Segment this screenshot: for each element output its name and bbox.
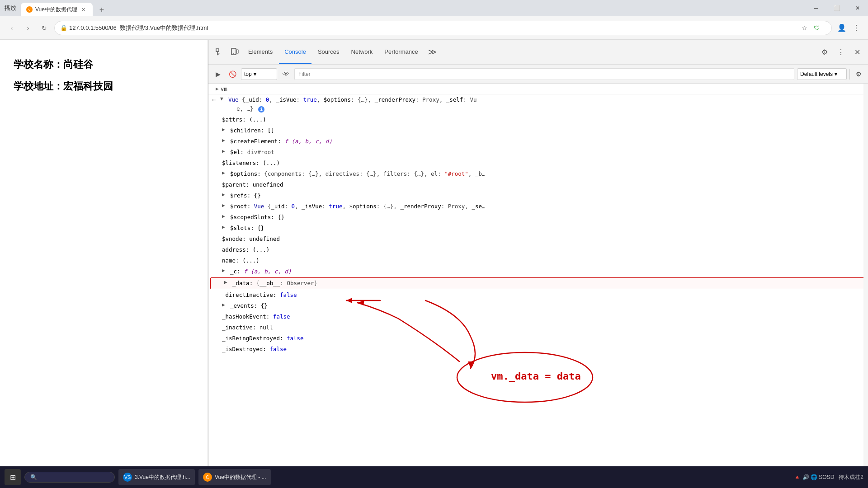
children-content: $children: [] (230, 126, 864, 135)
is-destroyed-line: _isDestroyed: false (208, 344, 868, 355)
c-expand[interactable]: ▶ (222, 267, 230, 273)
children-line[interactable]: ▶ $children: [] (208, 125, 868, 136)
has-hook-event-line: _hasHookEvent: false (208, 311, 868, 322)
minimize-button[interactable]: ─ (806, 0, 826, 16)
restore-button[interactable]: ⬜ (826, 0, 847, 16)
direct-inactive-content: _directInactive: false (222, 291, 864, 300)
window-controls: ─ ⬜ ✕ (806, 0, 868, 16)
create-element-content: $createElement: f (a, b, c, d) (230, 137, 864, 146)
root-expand[interactable]: ▶ (222, 202, 230, 208)
slots-expand[interactable]: ▶ (222, 224, 230, 230)
start-button[interactable]: ⊞ (5, 469, 21, 485)
device-toggle-icon[interactable] (227, 45, 242, 59)
options-line[interactable]: ▶ $options: {components: {…}, directives… (208, 169, 868, 179)
vm-arrow-left: ▶ (216, 86, 219, 92)
top-dropdown-arrow: ▾ (254, 71, 256, 77)
tab-title: Vue中的数据代理 (35, 6, 77, 14)
tab-sources[interactable]: Sources (312, 40, 345, 64)
top-selector-value: top (244, 71, 252, 77)
console-toolbar: ▶ 🚫 top ▾ 👁 Default levels ▾ ⚙ (208, 65, 868, 84)
tab-console[interactable]: Console (279, 40, 311, 64)
listeners-line: $listeners: (...) (208, 158, 868, 169)
tab-favicon: V (26, 6, 33, 13)
devtools-settings-icon[interactable]: ⚙ (817, 45, 832, 59)
element-picker-icon[interactable] (212, 45, 226, 59)
console-settings-button[interactable]: ⚙ (853, 68, 864, 80)
c-line[interactable]: ▶ _c: f (a, b, c, d) (208, 266, 868, 277)
devtools-toolbar-right: ⚙ ⋮ ✕ (817, 45, 864, 59)
devtools-toolbar: Elements Console Sources Network Perform… (208, 40, 868, 65)
school-address-value: 宏福科技园 (63, 80, 113, 92)
back-button[interactable]: ‹ (5, 22, 18, 34)
bookmark-icon[interactable]: ☆ (799, 23, 810, 33)
close-button[interactable]: ✕ (847, 0, 868, 16)
new-tab-button[interactable]: + (95, 4, 108, 16)
svg-rect-0 (216, 49, 219, 52)
scoped-slots-expand[interactable]: ▶ (222, 213, 230, 219)
tab-close-button[interactable]: ✕ (80, 6, 87, 13)
data-expand[interactable]: ▶ (224, 279, 232, 285)
profile-icon[interactable]: 👤 (835, 22, 848, 34)
refs-expand[interactable]: ▶ (222, 191, 230, 197)
taskbar-item-vscode-label: 3.Vue中的数据代理.h... (135, 474, 190, 481)
console-clear-button[interactable]: 🚫 (226, 68, 238, 80)
scrollbar[interactable] (863, 84, 868, 466)
attrs-content: $attrs: (...) (222, 115, 864, 124)
events-expand[interactable]: ▶ (222, 301, 230, 308)
data-line[interactable]: ▶ _data: {__ob__: Observer} (210, 277, 866, 289)
inactive-line: _inactive: null (208, 322, 868, 333)
top-selector[interactable]: top ▾ (241, 68, 277, 80)
events-line[interactable]: ▶ _events: {} (208, 300, 868, 311)
devtools-panel: Elements Console Sources Network Perform… (208, 40, 868, 466)
svg-rect-4 (236, 50, 238, 53)
address-icons: ☆ 🛡 (799, 23, 826, 33)
tab-performance[interactable]: Performance (379, 40, 423, 64)
slots-line[interactable]: ▶ $slots: {} (208, 223, 868, 234)
extension-shield-icon[interactable]: 🛡 (811, 23, 822, 33)
root-line[interactable]: ▶ $root: Vue {_uid: 0, _isVue: true, $op… (208, 201, 868, 212)
create-element-expand[interactable]: ▶ (222, 137, 230, 143)
el-expand[interactable]: ▶ (222, 148, 230, 154)
filter-input[interactable] (294, 68, 794, 80)
scoped-slots-content: $scopedSlots: {} (230, 213, 864, 222)
scoped-slots-line[interactable]: ▶ $scopedSlots: {} (208, 212, 868, 223)
direct-inactive-line: _directInactive: false (208, 290, 868, 300)
is-being-destroyed-line: _isBeingDestroyed: false (208, 333, 868, 344)
slots-content: $slots: {} (230, 224, 864, 233)
vue-obj-back-arrow: ← (212, 95, 220, 103)
has-hook-event-content: _hasHookEvent: false (222, 312, 864, 321)
taskbar-item-chrome[interactable]: C Vue中的数据代理 - ... (198, 469, 271, 485)
taskbar-search[interactable]: 🔍 (24, 472, 115, 483)
tab-network[interactable]: Network (346, 40, 378, 64)
taskbar-item-vscode[interactable]: VS 3.Vue中的数据代理.h... (118, 469, 195, 485)
address-line: address: (...) (208, 244, 868, 255)
console-run-button[interactable]: ▶ (212, 68, 224, 80)
browser-tab-active[interactable]: V Vue中的数据代理 ✕ (21, 3, 93, 16)
el-line[interactable]: ▶ $el: div#root (208, 147, 868, 158)
options-expand[interactable]: ▶ (222, 169, 230, 176)
is-being-destroyed-content: _isBeingDestroyed: false (222, 334, 864, 343)
school-name-value: 尚硅谷 (63, 59, 93, 70)
refs-line[interactable]: ▶ $refs: {} (208, 190, 868, 201)
inactive-content: _inactive: null (222, 323, 864, 332)
reload-button[interactable]: ↻ (38, 22, 51, 34)
school-address: 学校地址：宏福科技园 (14, 80, 194, 93)
children-expand[interactable]: ▶ (222, 126, 230, 132)
more-tabs-button[interactable]: ≫ (425, 45, 440, 59)
eye-button[interactable]: 👁 (280, 68, 292, 80)
devtools-close-icon[interactable]: ✕ (850, 45, 864, 59)
vue-obj-expand-arrow[interactable]: ▼ (220, 95, 228, 102)
levels-selector[interactable]: Default levels ▾ (797, 68, 847, 80)
tab-bar: V Vue中的数据代理 ✕ + (21, 0, 108, 16)
menu-icon[interactable]: ⋮ (850, 22, 863, 34)
devtools-menu-icon[interactable]: ⋮ (834, 45, 848, 59)
addressbar: ‹ › ↻ 🔒 127.0.0.1:5500/06_数据代理/3.Vue中的数据… (0, 16, 868, 40)
create-element-line[interactable]: ▶ $createElement: f (a, b, c, d) (208, 136, 868, 147)
taskbar-sys-icons: 🔺 🔊 🌐 SOSD (794, 474, 834, 480)
vue-obj-line[interactable]: ← ▼ Vue {_uid: 0, _isVue: true, $options… (208, 94, 868, 114)
url-text: 127.0.0.1:5500/06_数据代理/3.Vue中的数据代理.html (69, 24, 208, 32)
tab-elements[interactable]: Elements (243, 40, 278, 64)
address-bar[interactable]: 🔒 127.0.0.1:5500/06_数据代理/3.Vue中的数据代理.htm… (54, 21, 832, 35)
forward-button[interactable]: › (22, 22, 34, 34)
levels-arrow: ▾ (835, 71, 837, 77)
